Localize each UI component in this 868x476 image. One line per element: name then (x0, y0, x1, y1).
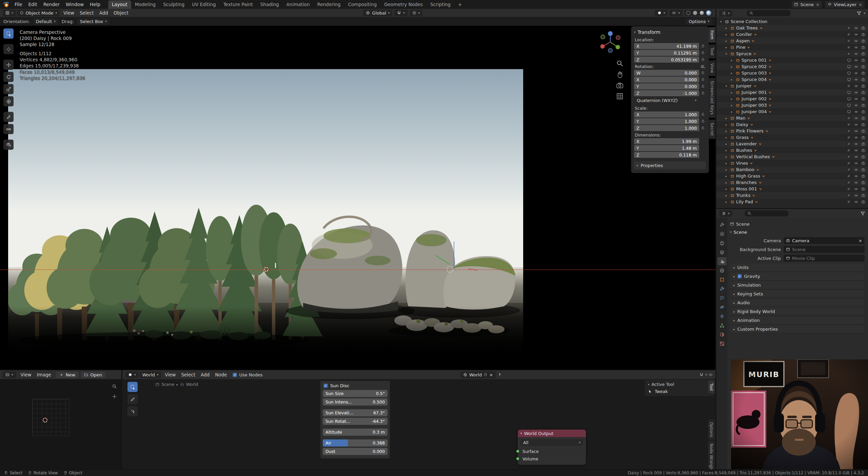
prop-field-background-scene[interactable]: Scene (784, 246, 865, 253)
field-scale-y[interactable]: Y1.000 (634, 118, 699, 124)
filter-icon[interactable] (856, 11, 862, 16)
overlays-toggle-icon[interactable] (709, 373, 713, 377)
properties-tab-tool[interactable] (717, 221, 727, 229)
tool-scale[interactable] (3, 84, 14, 94)
viewport-menu-view[interactable]: View (61, 9, 77, 16)
outliner-item-juniper-001[interactable]: ▸Juniper 001 (716, 89, 868, 96)
menu-window[interactable]: Window (63, 1, 87, 8)
world-datablock-selector[interactable]: World × (460, 372, 496, 378)
selectable-checkbox[interactable]: ✓ (847, 200, 851, 204)
tool-select-box[interactable] (3, 28, 14, 39)
menu-render[interactable]: Render (40, 1, 63, 8)
shading-rendered-button[interactable] (707, 11, 711, 15)
shader-tab-node-wrangler[interactable]: Node Wrangler (708, 441, 715, 470)
properties-tab-object-data[interactable] (717, 321, 727, 329)
lock-toggle[interactable] (701, 91, 706, 96)
viewlayer-selector[interactable]: ViewLayer × (825, 1, 865, 8)
rotation-mode-dropdown[interactable]: Quaternion (WXYZ)▾ (634, 97, 699, 104)
workspace-tab-geometry-nodes[interactable]: Geometry Nodes (380, 0, 427, 9)
selectable-checkbox[interactable]: ✓ (847, 193, 851, 198)
lock-toggle[interactable] (701, 84, 706, 89)
tool-annotate[interactable] (127, 394, 138, 404)
outliner-item-juniper-003[interactable]: ▸Juniper 003 (716, 102, 868, 108)
image-menu-image[interactable]: Image (34, 371, 54, 378)
object-origin[interactable] (445, 265, 455, 274)
image-zoom-icon[interactable] (112, 384, 117, 389)
properties-tab-globe[interactable] (717, 266, 727, 274)
filter-chevron-icon[interactable]: ▾ (864, 12, 865, 15)
image-editor-type-button[interactable]: ▾ (3, 372, 16, 378)
visibility-dropdown[interactable]: ▾ (655, 10, 668, 16)
shading-solid-button[interactable] (693, 11, 697, 15)
menu-edit[interactable]: Edit (25, 1, 40, 8)
workspace-tab-sculpting[interactable]: Sculpting (159, 0, 188, 9)
scene-selector[interactable]: Scene × (792, 1, 822, 8)
shader-menu-select[interactable]: Select (178, 371, 198, 378)
section-animation[interactable]: ▸Animation (731, 316, 864, 324)
tool-transform[interactable] (3, 96, 14, 106)
image-2d-cursor[interactable] (41, 416, 49, 424)
npanel-tab-item[interactable]: Item (709, 27, 715, 43)
lock-toggle[interactable] (701, 126, 706, 131)
tool-links-cut[interactable] (127, 406, 138, 416)
navigation-gizmo[interactable] (597, 29, 623, 55)
clear-icon[interactable]: × (859, 238, 862, 243)
outliner-item-bamboo[interactable]: ▸Bamboo✓ (716, 166, 868, 173)
node-param-sun-intens[interactable]: Sun Intens...0.500 (323, 398, 388, 406)
gizmos-dropdown[interactable]: ▾ (669, 10, 683, 16)
field-dimensions-x[interactable]: X1.99 m (634, 138, 699, 144)
properties-tab-material[interactable] (717, 330, 727, 338)
3d-cursor[interactable] (262, 265, 270, 273)
open-image-button[interactable]: Open (81, 372, 105, 378)
sun-disc-toggle[interactable]: ✓ Sun Disc (323, 383, 387, 388)
viewport-menu-select[interactable]: Select (77, 9, 97, 16)
field-dimensions-z[interactable]: Z0.118 m (634, 152, 699, 158)
selectable-checkbox[interactable]: ✓ (847, 51, 851, 56)
outliner-item-high-grass[interactable]: ▸High Grass✓ (716, 173, 868, 179)
outliner-item-vines[interactable]: ▸Vines✓ (716, 160, 868, 166)
shader-tab-tool[interactable]: Tool (708, 380, 715, 393)
scene-unlink-icon[interactable]: × (816, 2, 820, 7)
image-menu-view[interactable]: View (18, 371, 34, 378)
prop-field-camera[interactable]: Camera× (784, 237, 865, 244)
selectable-checkbox[interactable]: ✓ (847, 45, 851, 49)
field-rotation-z[interactable]: Z-1.000 (634, 90, 699, 96)
workspace-tab-uv-editing[interactable]: UV Editing (188, 0, 219, 9)
light-object-marker[interactable] (275, 263, 276, 268)
properties-tab-printer[interactable] (717, 239, 727, 247)
viewport-3d[interactable]: ▾ Object Mode▾ ViewSelectAddObject Globa… (0, 9, 715, 370)
properties-tab-physics[interactable] (717, 303, 727, 311)
properties-tab-particles[interactable] (717, 294, 727, 302)
transform-panel-header[interactable]: ▾ Transform (634, 28, 706, 36)
socket-dot[interactable] (516, 457, 519, 460)
properties-tab-scene-props[interactable] (717, 257, 727, 265)
selectable-checkbox[interactable]: ✓ (847, 26, 851, 30)
active-tool-header[interactable]: ▾ Active Tool (648, 382, 711, 387)
outliner-item-daisy[interactable]: ▸Daisy✓ (716, 121, 868, 128)
field-scale-z[interactable]: Z1.000 (634, 125, 699, 131)
selectable-checkbox[interactable]: ✓ (847, 39, 851, 43)
outliner-root-row[interactable]: ▾Scene Collection (716, 18, 868, 25)
unlink-world-icon[interactable]: × (489, 372, 493, 377)
field-dimensions-y[interactable]: Y1.48 m (634, 145, 699, 151)
workspace-tab-animation[interactable]: Animation (283, 0, 314, 9)
properties-search-input[interactable] (745, 210, 789, 216)
pin-icon[interactable] (498, 373, 502, 377)
node-param-sun-elevati[interactable]: Sun Elevati...67.3° (323, 409, 388, 416)
outliner-item-vertical-bushes[interactable]: ▸Vertical Bushes✓ (716, 153, 868, 160)
properties-tab-texture[interactable] (717, 339, 727, 348)
viewport-menu-add[interactable]: Add (97, 9, 111, 16)
workspace-tab-compositing[interactable]: Compositing (344, 0, 380, 9)
field-scale-x[interactable]: X1.000 (634, 111, 699, 118)
world-output-node[interactable]: ▾ World Output All ▾ SurfaceVolume (518, 430, 586, 465)
selectable-checkbox[interactable]: ✓ (847, 161, 851, 165)
orientation-value-dropdown[interactable]: Default▾ (33, 18, 58, 25)
tool-rotate[interactable] (3, 72, 14, 82)
npanel-tab-screencast-keys[interactable]: Screencast Keys (709, 78, 715, 118)
outliner-editor-type-button[interactable]: ▾ (719, 10, 732, 17)
lock-toggle[interactable] (701, 57, 706, 62)
outliner-item-lily-pad[interactable]: ▸Lily Pad✓ (716, 199, 868, 205)
section-simulation[interactable]: ▸Simulation (731, 281, 864, 289)
menu-help[interactable]: Help (87, 1, 103, 8)
world-output-header[interactable]: ▾ World Output (518, 430, 586, 437)
